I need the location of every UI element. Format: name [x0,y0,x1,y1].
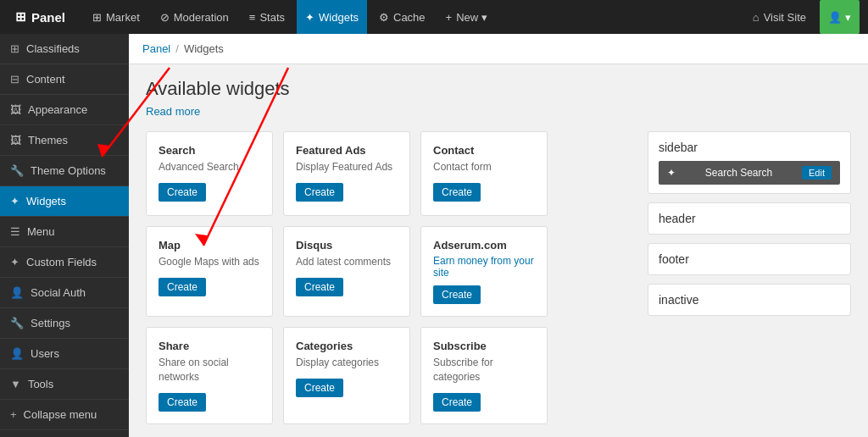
widget-card-contact: Contact Contact form Create [420,131,548,216]
widget-featured-ads-title: Featured Ads [296,144,398,157]
widget-card-adserum: Adserum.com Earn money from your site Cr… [420,226,548,317]
logo-icon: ⊞ [15,9,26,25]
themes-icon: 🖼 [10,134,21,147]
content-area: Available widgets Read more Search Advan… [129,64,868,437]
market-icon: ⊞ [92,11,102,24]
sidebar-item-classifieds[interactable]: ⊞ Classifieds [0,34,129,64]
cache-icon: ⚙ [379,11,389,24]
content-icon: ⊟ [10,73,19,86]
users-icon: 👤 [10,347,24,360]
widget-card-disqus: Disqus Add latest comments Create [283,226,410,317]
widget-contact-create[interactable]: Create [433,183,481,202]
breadcrumb-current: Widgets [184,42,224,55]
widget-search-desc: Advanced Search [159,160,260,174]
widget-map-desc: Google Maps with ads [159,255,260,269]
widget-map-create[interactable]: Create [159,278,206,296]
nav-stats[interactable]: ≡ Stats [241,0,293,34]
sidebar-item-appearance[interactable]: 🖼 Appearance [0,95,129,125]
nav-market[interactable]: ⊞ Market [84,0,148,34]
widget-adserum-create[interactable]: Create [433,285,481,304]
visit-site-button[interactable]: ⌂ Visit Site [743,0,816,34]
sidebar-item-tools[interactable]: ▼ Tools [0,369,129,400]
widget-card-search: Search Advanced Search Create [146,131,273,216]
sidebar-search-search-item: ✦ Search Search Edit [659,161,840,185]
home-icon: ⌂ [753,11,760,24]
sidebar-widget-label: Search Search [705,167,772,179]
widget-area-sidebar: sidebar ✦ Search Search Edit [648,131,851,194]
sidebar-widget-icon: ✦ [667,167,676,179]
widget-featured-ads-create[interactable]: Create [296,183,343,202]
moderation-icon: ⊘ [160,11,170,24]
widgets-row-2: Map Google Maps with ads Create Disqus A… [146,226,631,317]
widget-adserum-title: Adserum.com [433,239,535,252]
widget-search-create[interactable]: Create [159,183,206,202]
user-icon: 👤 [828,11,842,24]
widget-subscribe-create[interactable]: Create [433,393,481,412]
logo[interactable]: ⊞ Panel [8,9,72,25]
widget-card-featured-ads: Featured Ads Display Featured Ads Create [283,131,410,216]
sidebar-item-collapse[interactable]: + Collapse menu [0,400,129,430]
sidebar-item-custom-fields[interactable]: ✦ Custom Fields [0,247,129,278]
theme-options-icon: 🔧 [10,164,24,177]
widget-disqus-title: Disqus [296,239,398,252]
sidebar-item-social-auth[interactable]: 👤 Social Auth [0,278,129,308]
widgets-icon: ✦ [305,11,314,24]
widgets-sidebar-icon: ✦ [10,195,19,207]
widget-categories-create[interactable]: Create [296,379,343,397]
widgets-row-3: Share Share on social networks Create Ca… [146,327,631,424]
widget-disqus-create[interactable]: Create [296,278,343,296]
custom-fields-icon: ✦ [10,256,19,268]
widget-contact-title: Contact [433,144,535,157]
widgets-row-1: Search Advanced Search Create Featured A… [146,131,631,216]
widget-card-categories: Categories Display categories Create [283,327,410,424]
sidebar-widget-edit-button[interactable]: Edit [802,166,832,180]
widget-area-footer: footer [648,243,851,275]
widget-adserum-link[interactable]: Earn money from your site [433,255,535,279]
widget-share-title: Share [159,340,260,352]
inactive-area-title: inactive [659,293,840,307]
top-navigation: ⊞ Panel ⊞ Market ⊘ Moderation ≡ Stats ✦ … [0,0,868,34]
user-button[interactable]: 👤 ▾ [820,0,860,34]
page-title: Available widgets [146,78,851,100]
sidebar-item-users[interactable]: 👤 Users [0,339,129,369]
sidebar-item-theme-options[interactable]: 🔧 Theme Options [0,156,129,186]
nav-cache[interactable]: ⚙ Cache [370,0,434,34]
widget-share-create[interactable]: Create [159,393,206,412]
user-dropdown-arrow: ▾ [845,11,851,24]
appearance-icon: 🖼 [10,103,21,116]
widget-contact-desc: Contact form [433,160,535,174]
breadcrumb-panel-link[interactable]: Panel [142,42,170,55]
sidebar-area-title: sidebar [659,141,840,154]
sidebar-item-content[interactable]: ⊟ Content [0,64,129,95]
sidebar-item-menu[interactable]: ☰ Menu [0,217,129,247]
widget-disqus-desc: Add latest comments [296,255,398,269]
widget-categories-title: Categories [296,340,398,352]
sidebar-item-settings[interactable]: 🔧 Settings [0,308,129,339]
breadcrumb-separator: / [175,42,179,55]
widget-subscribe-desc: Subscribe for categories [433,356,535,384]
sidebar-item-widgets[interactable]: ✦ Widgets [0,186,129,217]
widget-search-title: Search [159,144,260,157]
nav-new[interactable]: + New ▾ [437,0,496,34]
content-columns: Search Advanced Search Create Featured A… [146,131,851,434]
breadcrumb: Panel / Widgets [129,34,868,64]
tools-icon: ▼ [10,378,21,390]
read-more-link[interactable]: Read more [146,105,851,118]
footer-area-title: footer [659,252,840,266]
widget-subscribe-title: Subscribe [433,340,535,352]
sidebar-item-themes[interactable]: 🖼 Themes [0,125,129,156]
classifieds-icon: ⊞ [10,42,19,55]
widget-featured-ads-desc: Display Featured Ads [296,160,398,174]
widget-map-title: Map [159,239,260,252]
collapse-icon: + [10,408,17,421]
stats-icon: ≡ [249,11,256,24]
menu-icon: ☰ [10,225,20,238]
header-area-title: header [659,212,840,225]
main-content: Panel / Widgets Available widgets Read m… [129,34,868,437]
nav-widgets[interactable]: ✦ Widgets [297,0,367,34]
nav-moderation[interactable]: ⊘ Moderation [152,0,237,34]
widget-card-map: Map Google Maps with ads Create [146,226,273,317]
widgets-grid: Search Advanced Search Create Featured A… [146,131,631,434]
widget-areas: sidebar ✦ Search Search Edit header foot… [648,131,851,434]
sidebar: ⊞ Classifieds ⊟ Content 🖼 Appearance 🖼 T… [0,34,129,437]
